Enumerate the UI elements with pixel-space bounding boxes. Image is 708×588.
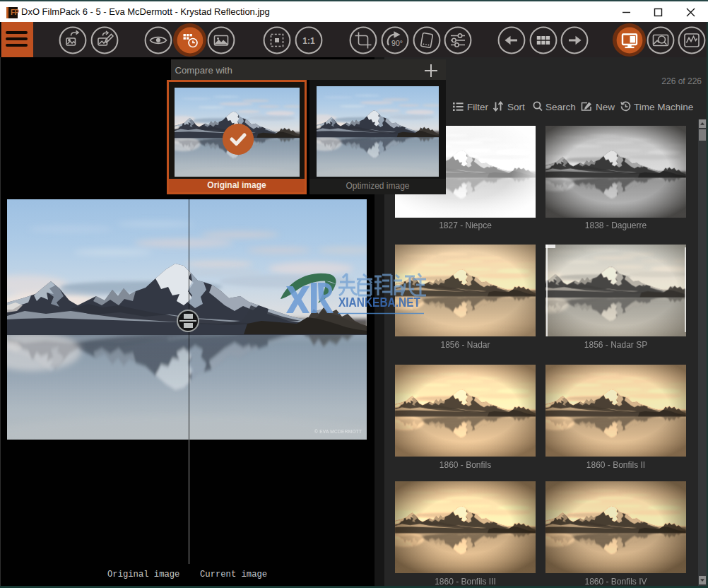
svg-text:XIANKEBA.NET: XIANKEBA.NET [338,295,420,310]
svg-text:90°: 90° [391,39,403,47]
svg-text:1:1: 1:1 [302,36,315,46]
